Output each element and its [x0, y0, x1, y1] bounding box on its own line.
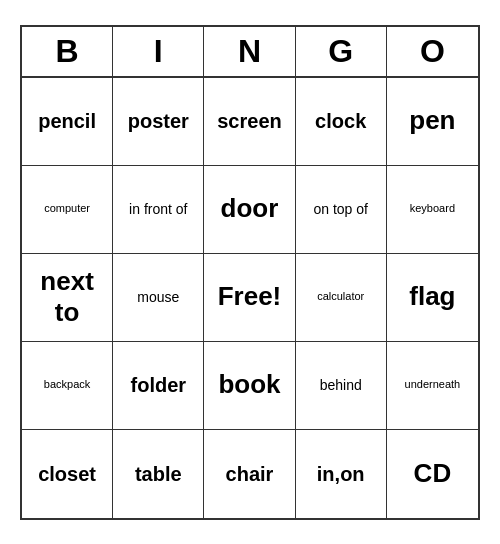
- bingo-cell-24: CD: [387, 430, 478, 518]
- cell-text-14: flag: [409, 281, 455, 312]
- cell-text-15: backpack: [44, 378, 90, 391]
- header-cell-b: B: [22, 27, 113, 76]
- bingo-cell-5: computer: [22, 166, 113, 254]
- bingo-cell-8: on top of: [296, 166, 387, 254]
- bingo-cell-20: closet: [22, 430, 113, 518]
- bingo-grid: pencilposterscreenclockpencomputerin fro…: [22, 78, 478, 518]
- cell-text-0: pencil: [38, 109, 96, 133]
- bingo-cell-13: calculator: [296, 254, 387, 342]
- bingo-cell-4: pen: [387, 78, 478, 166]
- cell-text-10: next to: [26, 266, 108, 328]
- bingo-cell-14: flag: [387, 254, 478, 342]
- cell-text-11: mouse: [137, 289, 179, 306]
- bingo-cell-3: clock: [296, 78, 387, 166]
- bingo-cell-1: poster: [113, 78, 204, 166]
- bingo-cell-23: in,on: [296, 430, 387, 518]
- bingo-cell-22: chair: [204, 430, 295, 518]
- cell-text-17: book: [218, 369, 280, 400]
- cell-text-16: folder: [131, 373, 187, 397]
- header-cell-o: O: [387, 27, 478, 76]
- bingo-cell-21: table: [113, 430, 204, 518]
- cell-text-3: clock: [315, 109, 366, 133]
- cell-text-12: Free!: [218, 281, 282, 312]
- header-cell-g: G: [296, 27, 387, 76]
- cell-text-21: table: [135, 462, 182, 486]
- bingo-cell-17: book: [204, 342, 295, 430]
- cell-text-18: behind: [320, 377, 362, 394]
- bingo-cell-11: mouse: [113, 254, 204, 342]
- bingo-cell-0: pencil: [22, 78, 113, 166]
- cell-text-9: keyboard: [410, 202, 455, 215]
- cell-text-23: in,on: [317, 462, 365, 486]
- cell-text-4: pen: [409, 105, 455, 136]
- cell-text-5: computer: [44, 202, 90, 215]
- cell-text-22: chair: [226, 462, 274, 486]
- cell-text-7: door: [221, 193, 279, 224]
- bingo-cell-18: behind: [296, 342, 387, 430]
- cell-text-8: on top of: [313, 201, 368, 218]
- cell-text-24: CD: [414, 458, 452, 489]
- bingo-cell-6: in front of: [113, 166, 204, 254]
- cell-text-19: underneath: [405, 378, 461, 391]
- bingo-cell-10: next to: [22, 254, 113, 342]
- header-cell-n: N: [204, 27, 295, 76]
- cell-text-6: in front of: [129, 201, 187, 218]
- bingo-cell-12: Free!: [204, 254, 295, 342]
- bingo-cell-16: folder: [113, 342, 204, 430]
- bingo-header: BINGO: [22, 27, 478, 78]
- bingo-cell-9: keyboard: [387, 166, 478, 254]
- bingo-card: BINGO pencilposterscreenclockpencomputer…: [20, 25, 480, 520]
- bingo-cell-19: underneath: [387, 342, 478, 430]
- cell-text-1: poster: [128, 109, 189, 133]
- cell-text-20: closet: [38, 462, 96, 486]
- cell-text-13: calculator: [317, 290, 364, 303]
- bingo-cell-2: screen: [204, 78, 295, 166]
- header-cell-i: I: [113, 27, 204, 76]
- bingo-cell-15: backpack: [22, 342, 113, 430]
- cell-text-2: screen: [217, 109, 282, 133]
- bingo-cell-7: door: [204, 166, 295, 254]
